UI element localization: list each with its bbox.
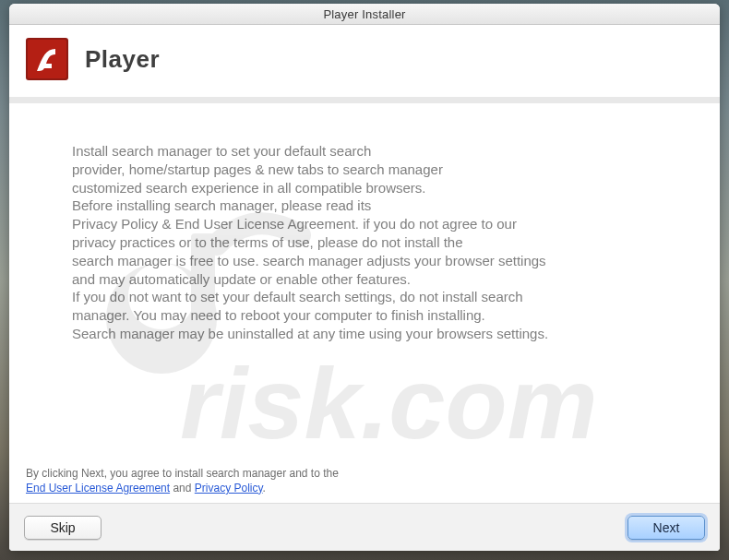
next-button[interactable]: Next bbox=[627, 516, 705, 540]
footer-and: and bbox=[170, 482, 195, 494]
privacy-policy-link[interactable]: Privacy Policy bbox=[195, 482, 263, 494]
header: Player bbox=[9, 25, 720, 103]
body-line: provider, home/startup pages & new tabs … bbox=[72, 161, 657, 179]
body-line: Before installing search manager, please… bbox=[72, 197, 657, 215]
button-row: Skip Next bbox=[9, 503, 720, 551]
body-line: If you do not want to set your default s… bbox=[72, 288, 657, 306]
footer-consent-text: By clicking Next, you agree to install s… bbox=[26, 466, 339, 495]
body-line: manager. You may need to reboot your com… bbox=[72, 306, 657, 325]
app-name: Player bbox=[85, 45, 160, 74]
body-line: privacy practices or to the terms of use… bbox=[72, 233, 657, 252]
window-titlebar: Player Installer bbox=[9, 4, 720, 25]
window-title: Player Installer bbox=[323, 7, 405, 21]
footer-prefix: By clicking Next, you agree to install s… bbox=[26, 467, 339, 480]
eula-link[interactable]: End User License Agreement bbox=[26, 482, 170, 494]
installer-window: Player Installer Player risk.com Install… bbox=[9, 4, 720, 551]
body-line: customized search experience in all comp… bbox=[72, 179, 657, 197]
body-line: search manager is free to use. search ma… bbox=[72, 252, 657, 270]
footer-suffix: . bbox=[263, 482, 266, 494]
body-line: Privacy Policy & End User License Agreem… bbox=[72, 215, 657, 233]
body-line: Search manager may be uninstalled at any… bbox=[72, 325, 657, 343]
flash-player-icon bbox=[26, 38, 68, 80]
skip-button[interactable]: Skip bbox=[24, 516, 102, 540]
body-line: and may automatically update or enable o… bbox=[72, 270, 657, 289]
svg-text:risk.com: risk.com bbox=[180, 346, 597, 459]
body-line: Install search manager to set your defau… bbox=[72, 142, 657, 161]
